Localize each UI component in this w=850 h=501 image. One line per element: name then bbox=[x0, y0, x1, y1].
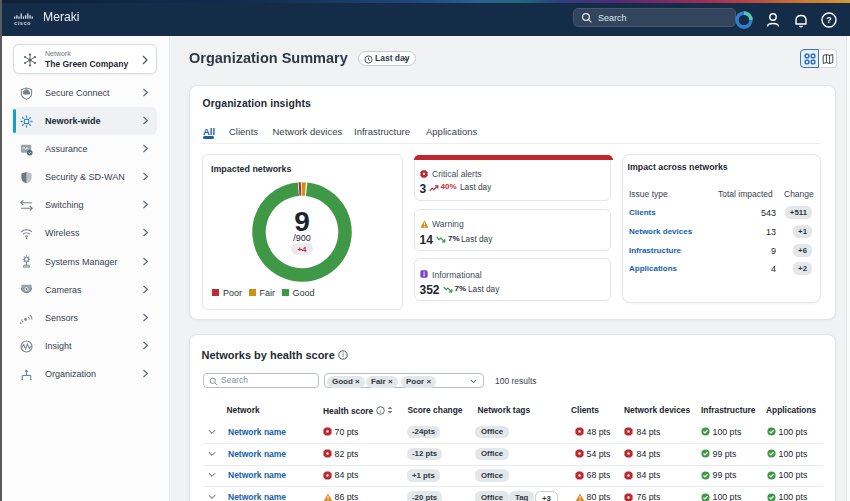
svg-text:cisco: cisco bbox=[14, 20, 31, 26]
svg-text:?: ? bbox=[826, 15, 832, 25]
svg-text:i: i bbox=[379, 407, 380, 413]
svg-text:i: i bbox=[342, 351, 343, 358]
